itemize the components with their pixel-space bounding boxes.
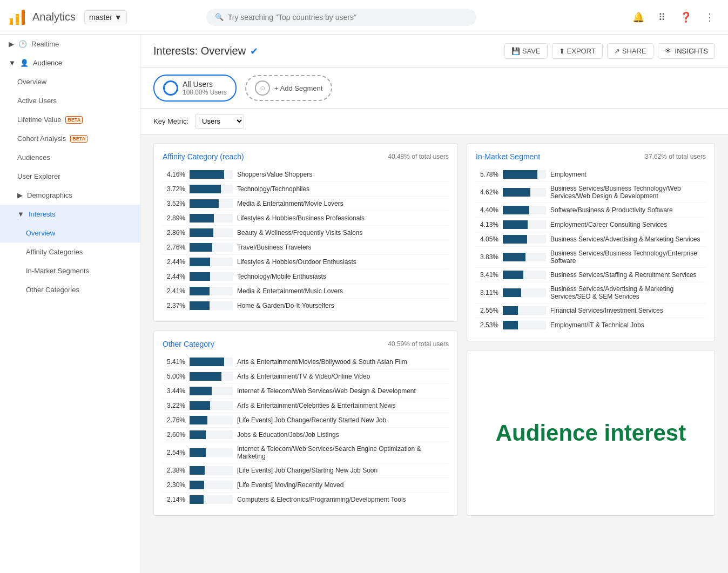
- row-percent: 4.13%: [476, 221, 498, 228]
- person-icon: 👤: [20, 59, 29, 67]
- bar-fill: [190, 430, 206, 439]
- svg-rect-2: [22, 10, 25, 25]
- share-button[interactable]: ↗ SHARE: [607, 43, 653, 59]
- add-segment-label: + Add Segment: [274, 84, 322, 92]
- table-row: 5.78% Employment: [476, 167, 706, 182]
- row-label: Shoppers/Value Shoppers: [237, 171, 449, 178]
- header-actions: 💾 SAVE ⬆ EXPORT ↗ SHARE 👁 INSIGHTS: [504, 43, 715, 59]
- export-button[interactable]: ⬆ EXPORT: [552, 43, 603, 59]
- other-rows: 5.41% Arts & Entertainment/Movies/Bollyw…: [163, 355, 449, 507]
- bar-container: [190, 272, 233, 281]
- sidebar-item-audience[interactable]: ▼ 👤 Audience: [0, 53, 140, 72]
- affinity-panel-title: Affinity Category (reach): [163, 152, 244, 161]
- row-percent: 3.22%: [163, 402, 185, 409]
- sidebar-label-lifetime-value: Lifetime Value: [17, 116, 61, 124]
- in-market-panel-stat: 37.62% of total users: [645, 153, 706, 160]
- sidebar-item-audiences[interactable]: Audiences: [0, 148, 140, 167]
- sidebar-item-interests[interactable]: ▼ Interests: [0, 205, 140, 224]
- sidebar-item-active-users[interactable]: Active Users: [0, 91, 140, 110]
- table-row: 3.22% Arts & Entertainment/Celebrities &…: [163, 399, 449, 413]
- sidebar-item-affinity-categories[interactable]: Affinity Categories: [0, 242, 140, 261]
- sidebar-label-overview: Overview: [17, 78, 46, 86]
- table-row: 2.89% Lifestyles & Hobbies/Business Prof…: [163, 211, 449, 226]
- bar-container: [503, 220, 546, 229]
- notifications-button[interactable]: 🔔: [629, 8, 648, 27]
- sidebar-item-cohort-analysis[interactable]: Cohort Analysis BETA: [0, 129, 140, 148]
- row-label: Lifestyles & Hobbies/Business Profession…: [237, 214, 449, 222]
- key-metric-select[interactable]: Users Sessions: [195, 114, 244, 129]
- row-label: [Life Events] Moving/Recently Moved: [237, 481, 449, 489]
- svg-rect-1: [16, 14, 19, 25]
- bar-container: [190, 430, 233, 439]
- row-label: Media & Entertainment/Movie Lovers: [237, 200, 449, 207]
- chevron-down-icon-interests: ▼: [17, 210, 24, 218]
- bar-container: [190, 214, 233, 223]
- add-segment-button[interactable]: ○ + Add Segment: [245, 75, 332, 101]
- svg-rect-0: [10, 18, 13, 25]
- export-label: EXPORT: [567, 47, 596, 55]
- row-label: Arts & Entertainment/Celebrities & Enter…: [237, 402, 449, 409]
- sidebar-item-overview[interactable]: Overview: [0, 72, 140, 91]
- table-row: 2.41% Media & Entertainment/Music Lovers: [163, 284, 449, 299]
- table-row: 2.54% Internet & Telecom/Web Services/Se…: [163, 442, 449, 463]
- table-row: 2.37% Home & Garden/Do-It-Yourselfers: [163, 299, 449, 313]
- bar-fill: [503, 188, 530, 197]
- table-row: 5.00% Arts & Entertainment/TV & Video/On…: [163, 369, 449, 384]
- key-metric-bar: Key Metric: Users Sessions: [140, 109, 728, 134]
- row-percent: 4.05%: [476, 235, 498, 243]
- top-navigation: Analytics master ▼ 🔍 🔔 ⠿ ❓ ⋮: [0, 0, 728, 35]
- table-row: 3.41% Business Services/Staffing & Recru…: [476, 268, 706, 282]
- row-percent: 3.83%: [476, 253, 498, 261]
- sidebar-label-affinity-categories: Affinity Categories: [26, 248, 83, 256]
- bar-container: [190, 448, 233, 457]
- sidebar-item-demographics[interactable]: ▶ Demographics: [0, 186, 140, 205]
- row-percent: 2.89%: [163, 214, 185, 222]
- table-row: 3.83% Business Services/Business Technol…: [476, 247, 706, 268]
- insights-button[interactable]: 👁 INSIGHTS: [658, 43, 715, 59]
- sidebar-label-cohort-analysis: Cohort Analysis: [17, 134, 66, 143]
- bar-fill: [190, 401, 210, 410]
- sidebar-label-active-users: Active Users: [17, 97, 57, 105]
- row-label: Business Services/Business Technology/We…: [550, 185, 706, 200]
- row-percent: 2.41%: [163, 287, 185, 295]
- row-percent: 3.41%: [476, 271, 498, 279]
- bar-fill: [190, 258, 210, 266]
- help-button[interactable]: ❓: [676, 8, 696, 27]
- save-button[interactable]: 💾 SAVE: [504, 43, 548, 59]
- row-label: Business Services/Advertising & Marketin…: [550, 285, 706, 300]
- other-panel-stat: 40.59% of total users: [388, 340, 449, 348]
- sidebar-item-other-categories[interactable]: Other Categories: [0, 280, 140, 299]
- bar-fill: [503, 220, 528, 229]
- other-panel-title: Other Category: [163, 340, 214, 348]
- verified-icon: ✔: [250, 45, 258, 57]
- sidebar-item-user-explorer[interactable]: User Explorer: [0, 167, 140, 186]
- bar-container: [503, 253, 546, 261]
- apps-button[interactable]: ⠿: [652, 8, 672, 27]
- save-label: SAVE: [522, 47, 541, 55]
- account-selector[interactable]: master ▼: [84, 10, 127, 24]
- all-users-segment[interactable]: All Users 100.00% Users: [153, 75, 237, 102]
- sidebar-item-in-market-segments[interactable]: In-Market Segments: [0, 261, 140, 280]
- search-icon: 🔍: [215, 13, 224, 21]
- row-label: Beauty & Wellness/Frequently Visits Salo…: [237, 229, 449, 237]
- bar-container: [190, 495, 233, 504]
- bar-container: [190, 358, 233, 366]
- search-input[interactable]: [228, 13, 468, 22]
- bar-fill: [503, 321, 518, 329]
- bar-fill: [503, 288, 521, 297]
- sidebar-item-realtime[interactable]: ▶ 🕐 Realtime: [0, 35, 140, 53]
- row-label: Business Services/Staffing & Recruitment…: [550, 271, 706, 279]
- sidebar-item-interests-overview[interactable]: Overview: [0, 224, 140, 242]
- bar-container: [190, 466, 233, 475]
- app-title: Analytics: [32, 11, 76, 23]
- row-label: Technology/Mobile Enthusiasts: [237, 273, 449, 280]
- table-row: 5.41% Arts & Entertainment/Movies/Bollyw…: [163, 355, 449, 369]
- more-options-button[interactable]: ⋮: [700, 8, 719, 27]
- bar-container: [190, 416, 233, 424]
- affinity-panel-stat: 40.48% of total users: [388, 153, 449, 160]
- sidebar-item-lifetime-value[interactable]: Lifetime Value BETA: [0, 110, 140, 129]
- table-row: 4.16% Shoppers/Value Shoppers: [163, 167, 449, 182]
- bar-fill: [190, 358, 224, 366]
- panels-row: Affinity Category (reach) 40.48% of tota…: [140, 134, 728, 524]
- row-percent: 2.86%: [163, 229, 185, 237]
